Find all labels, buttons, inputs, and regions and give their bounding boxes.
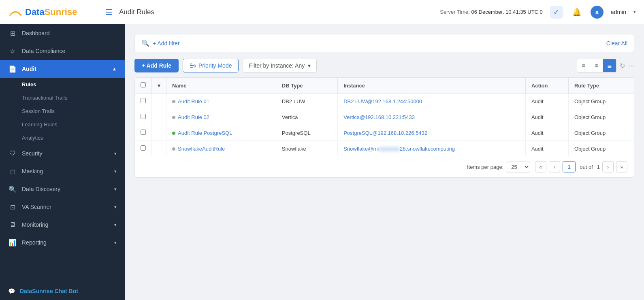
th-instance[interactable]: Instance bbox=[338, 78, 526, 94]
rule-name-link[interactable]: Audit Rule 01 bbox=[178, 98, 209, 104]
monitoring-icon: 🖥 bbox=[8, 220, 17, 229]
view-compact-button[interactable]: ≡ bbox=[590, 59, 603, 72]
row-name-cell: Audit Rule PostgreSQL bbox=[166, 125, 276, 141]
pagination: Items per page: 10 25 50 100 « ‹ 1 out o… bbox=[135, 156, 634, 177]
sidebar-item-rules[interactable]: Rules bbox=[0, 78, 125, 91]
status-dot bbox=[172, 147, 175, 151]
row-checkbox-cell bbox=[135, 125, 152, 141]
sidebar-item-masking[interactable]: ◻ Masking ▾ bbox=[0, 162, 125, 180]
rules-table-wrapper: ▾ Name DB Type Instance Action Rule Type… bbox=[134, 77, 634, 178]
row-checkbox[interactable] bbox=[141, 130, 146, 135]
sidebar-item-session-trails[interactable]: Session Trails bbox=[0, 104, 125, 118]
sidebar-item-data-compliance[interactable]: ☆ Data Compliance bbox=[0, 42, 125, 60]
blurred-text: xxxxxxxx bbox=[379, 146, 400, 152]
security-icon: 🛡 bbox=[8, 149, 17, 158]
row-rule-type-cell: Object Group bbox=[568, 141, 634, 157]
chevron-down-icon[interactable]: ▾ bbox=[633, 9, 636, 15]
search-icon: 🔍 bbox=[141, 39, 149, 47]
server-time: Server Time: 06 December, 10:41:35 UTC 0 bbox=[440, 9, 543, 15]
instance-link[interactable]: DB2 LUW@192.168.1.244:50000 bbox=[343, 98, 422, 104]
row-name-cell: Audit Rule 01 bbox=[166, 94, 276, 109]
view-table-button[interactable]: ≣ bbox=[603, 59, 616, 72]
sidebar-item-dashboard[interactable]: ⊞ Dashboard bbox=[0, 24, 125, 42]
row-checkbox[interactable] bbox=[141, 98, 146, 103]
chatbot-item[interactable]: 💬 DataSunrise Chat Bot bbox=[0, 282, 125, 300]
sidebar-item-transactional-trails[interactable]: Transactional Trails bbox=[0, 91, 125, 104]
sidebar: ⊞ Dashboard ☆ Data Compliance 📄 Audit ▲ … bbox=[0, 24, 125, 300]
monitoring-chevron-icon: ▾ bbox=[114, 222, 117, 228]
rule-name-link[interactable]: Audit Rule PostgreSQL bbox=[178, 130, 232, 136]
total-pages: 1 bbox=[597, 164, 600, 170]
sort-icon[interactable]: ▾ bbox=[158, 83, 160, 89]
sidebar-item-learning-rules[interactable]: Learning Rules bbox=[0, 118, 125, 131]
add-rule-button[interactable]: + Add Rule bbox=[134, 59, 179, 72]
row-instance-cell: Vertica@192.168.10.221:5433 bbox=[338, 109, 526, 125]
prev-page-button[interactable]: ‹ bbox=[549, 161, 560, 172]
last-page-button[interactable]: » bbox=[616, 161, 627, 172]
row-name-cell: Audit Rule 02 bbox=[166, 109, 276, 125]
audit-chevron-icon: ▲ bbox=[112, 66, 117, 71]
view-list-button[interactable]: ≡ bbox=[577, 59, 590, 72]
th-action[interactable]: Action bbox=[525, 78, 568, 94]
filter-instance-chevron-icon: ▾ bbox=[308, 62, 311, 69]
view-buttons: ≡ ≡ ≣ bbox=[577, 59, 616, 72]
per-page-select[interactable]: 10 25 50 100 bbox=[506, 162, 530, 172]
row-action-cell: Audit bbox=[525, 109, 568, 125]
dashboard-icon: ⊞ bbox=[8, 29, 17, 38]
rule-name-link[interactable]: SnowflakeAuditRule bbox=[178, 146, 225, 152]
check-icon[interactable]: ✓ bbox=[550, 6, 563, 19]
th-rule-type[interactable]: Rule Type bbox=[568, 78, 634, 94]
priority-mode-icon bbox=[190, 62, 196, 69]
toolbar: + Add Rule Priority Mode Filter by Insta… bbox=[134, 59, 634, 72]
add-filter-button[interactable]: + Add filter bbox=[153, 40, 180, 47]
rules-table: ▾ Name DB Type Instance Action Rule Type… bbox=[135, 78, 634, 156]
th-checkbox bbox=[135, 78, 152, 94]
next-page-button[interactable]: › bbox=[602, 161, 614, 172]
row-rule-type-cell: Object Group bbox=[568, 109, 634, 125]
row-sort-cell bbox=[152, 141, 166, 157]
refresh-button[interactable]: ↻ bbox=[620, 62, 625, 70]
priority-mode-button[interactable]: Priority Mode bbox=[183, 59, 239, 72]
instance-link[interactable]: PostgreSQL@192.168.10.226:5432 bbox=[343, 130, 427, 136]
data-discovery-icon: 🔍 bbox=[8, 185, 17, 194]
svg-rect-2 bbox=[190, 67, 193, 68]
avatar: a bbox=[591, 6, 603, 19]
row-checkbox[interactable] bbox=[141, 114, 146, 119]
items-per-page-label: Items per page: bbox=[467, 164, 503, 170]
row-checkbox-cell bbox=[135, 94, 152, 109]
th-name[interactable]: Name bbox=[166, 78, 276, 94]
rule-name-link[interactable]: Audit Rule 02 bbox=[178, 114, 209, 120]
row-instance-cell: PostgreSQL@192.168.10.226:5432 bbox=[338, 125, 526, 141]
more-options-button[interactable]: ··· bbox=[628, 62, 634, 70]
sidebar-item-reporting[interactable]: 📊 Reporting ▾ bbox=[0, 234, 125, 251]
th-db-type[interactable]: DB Type bbox=[276, 78, 337, 94]
bell-icon[interactable]: 🔔 bbox=[570, 6, 583, 19]
menu-toggle-button[interactable]: ☰ bbox=[105, 7, 113, 17]
row-db-type-cell: Snowflake bbox=[276, 141, 337, 157]
instance-link[interactable]: Vertica@192.168.10.221:5433 bbox=[343, 114, 415, 120]
chatbot-icon: 💬 bbox=[8, 288, 15, 294]
sidebar-item-data-discovery[interactable]: 🔍 Data Discovery ▾ bbox=[0, 180, 125, 198]
table-row: SnowflakeAuditRuleSnowflakeSnowflake@mix… bbox=[135, 141, 634, 157]
row-checkbox[interactable] bbox=[141, 145, 146, 151]
sidebar-item-va-scanner[interactable]: ⊡ VA Scanner ▾ bbox=[0, 198, 125, 216]
status-dot bbox=[172, 132, 175, 135]
sidebar-item-audit[interactable]: 📄 Audit ▲ bbox=[0, 60, 125, 78]
data-discovery-chevron-icon: ▾ bbox=[114, 187, 117, 192]
table-header-row: ▾ Name DB Type Instance Action Rule Type bbox=[135, 78, 634, 94]
data-compliance-icon: ☆ bbox=[8, 47, 17, 55]
page-title: Audit Rules bbox=[119, 8, 440, 16]
sidebar-item-analytics[interactable]: Analytics bbox=[0, 131, 125, 145]
select-all-checkbox[interactable] bbox=[141, 82, 146, 87]
sidebar-item-monitoring[interactable]: 🖥 Monitoring ▾ bbox=[0, 216, 125, 234]
reporting-icon: 📊 bbox=[8, 238, 17, 247]
audit-icon: 📄 bbox=[8, 64, 17, 73]
filter-instance-dropdown[interactable]: Filter by Instance: Any ▾ bbox=[243, 59, 317, 72]
instance-link[interactable]: Snowflake@mixxxxxxxx28.snowflakecomputin… bbox=[343, 146, 455, 152]
app-body: ⊞ Dashboard ☆ Data Compliance 📄 Audit ▲ … bbox=[0, 24, 644, 300]
first-page-button[interactable]: « bbox=[535, 161, 546, 172]
admin-label[interactable]: admin bbox=[611, 9, 626, 15]
sidebar-item-security[interactable]: 🛡 Security ▾ bbox=[0, 145, 125, 162]
row-name-cell: SnowflakeAuditRule bbox=[166, 141, 276, 157]
clear-all-button[interactable]: Clear All bbox=[606, 40, 627, 47]
